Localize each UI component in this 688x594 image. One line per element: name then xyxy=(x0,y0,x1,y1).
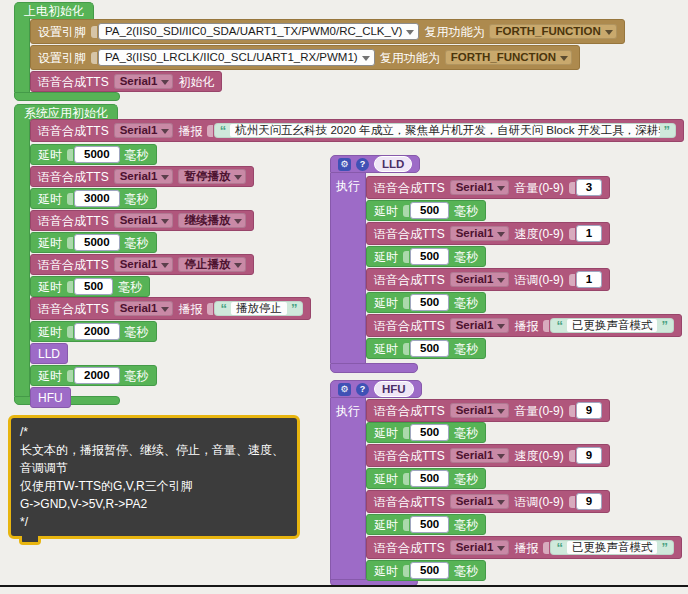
comment-block[interactable]: /* 长文本的，播报暂停、继续、停止，音量、速度、音调调节 仅使用TW-TTS的… xyxy=(8,415,300,539)
block-tts-speed[interactable]: 语音合成TTS Serial1 速度(0-9) 1 xyxy=(366,222,610,245)
delay-ms-input[interactable]: 2000 xyxy=(74,323,120,341)
help-icon[interactable]: ? xyxy=(356,383,369,396)
delay-label: 延时 xyxy=(374,297,398,309)
block-tts-broadcast-stop[interactable]: 语音合成TTS Serial1 播报 “ 播放停止 ” xyxy=(30,297,311,320)
delay-ms-input[interactable]: 500 xyxy=(410,340,449,358)
tone-input[interactable]: 9 xyxy=(576,493,602,511)
wrapper-spine xyxy=(14,18,30,92)
volume-input[interactable]: 9 xyxy=(576,402,602,420)
function-def-hfu-header[interactable]: ⚙ ? HFU xyxy=(330,380,422,398)
serial-dropdown[interactable]: Serial1 xyxy=(114,301,174,317)
delay-ms-input[interactable]: 5000 xyxy=(74,146,120,164)
block-tts-broadcast-long[interactable]: 语音合成TTS Serial1 播报 “ 杭州天问五幺科技 2020 年成立，聚… xyxy=(30,119,684,142)
serial-dropdown[interactable]: Serial1 xyxy=(450,448,510,464)
delay-ms-input[interactable]: 500 xyxy=(410,562,449,580)
block-delay[interactable]: 延时 500 毫秒 xyxy=(366,468,486,489)
serial-dropdown[interactable]: Serial1 xyxy=(450,403,510,419)
block-tts-volume[interactable]: 语音合成TTS Serial1 音量(0-9) 9 xyxy=(366,399,610,422)
serial-dropdown[interactable]: Serial1 xyxy=(114,74,174,90)
value-socket xyxy=(403,251,409,263)
block-delay[interactable]: 延时 500 毫秒 xyxy=(366,560,486,581)
hat-power-init[interactable]: 上电初始化 xyxy=(14,2,94,19)
tone-input[interactable]: 1 xyxy=(576,271,602,289)
block-set-pin-2[interactable]: 设置引脚 PA_3(IIS0_LRCLK/IIC0_SCL/UART1_RX/P… xyxy=(30,45,580,70)
delay-ms-input[interactable]: 500 xyxy=(410,202,449,220)
delay-ms-input[interactable]: 500 xyxy=(410,248,449,266)
serial-dropdown[interactable]: Serial1 xyxy=(450,540,510,556)
delay-ms-input[interactable]: 500 xyxy=(410,470,449,488)
gear-icon[interactable]: ⚙ xyxy=(338,158,351,171)
delay-ms-input[interactable]: 500 xyxy=(74,278,113,296)
block-delay[interactable]: 延时 500 毫秒 xyxy=(366,514,486,535)
serial-dropdown[interactable]: Serial1 xyxy=(450,272,510,288)
delay-ms-input[interactable]: 500 xyxy=(410,424,449,442)
block-delay[interactable]: 延时 3000 毫秒 xyxy=(30,188,157,209)
block-tts-stop[interactable]: 语音合成TTS Serial1 停止播放 xyxy=(30,254,254,275)
function-name-input[interactable]: LLD xyxy=(374,156,412,172)
gear-icon[interactable]: ⚙ xyxy=(338,383,351,396)
block-tts-resume[interactable]: 语音合成TTS Serial1 继续播放 xyxy=(30,210,254,231)
value-socket xyxy=(569,496,575,508)
tts-label: 语音合成TTS xyxy=(38,76,109,88)
delay-label: 延时 xyxy=(38,370,62,382)
blockly-workspace[interactable]: 上电初始化 设置引脚 PA_2(IIS0_SDI/IIC0_SDA/UART1_… xyxy=(0,0,688,594)
delay-ms-input[interactable]: 500 xyxy=(410,516,449,534)
delay-label: 延时 xyxy=(374,519,398,531)
broadcast-text-input[interactable]: 已更换声音模式 xyxy=(567,319,658,333)
value-socket xyxy=(67,281,73,293)
broadcast-text-input[interactable]: 杭州天问五幺科技 2020 年成立，聚焦单片机开发，自研天问 Block 开发工… xyxy=(230,124,659,138)
serial-dropdown[interactable]: Serial1 xyxy=(450,226,510,242)
broadcast-text-input[interactable]: 播放停止 xyxy=(231,302,287,316)
action-dropdown[interactable]: 停止播放 xyxy=(178,257,246,273)
serial-dropdown[interactable]: Serial1 xyxy=(450,318,510,334)
speed-input[interactable]: 9 xyxy=(576,447,602,465)
block-delay[interactable]: 延时 5000 毫秒 xyxy=(30,144,157,165)
block-delay[interactable]: 延时 5000 毫秒 xyxy=(30,232,157,253)
block-delay[interactable]: 延时 2000 毫秒 xyxy=(30,321,157,342)
serial-dropdown[interactable]: Serial1 xyxy=(114,213,174,229)
delay-ms-input[interactable]: 5000 xyxy=(74,234,120,252)
block-tts-volume[interactable]: 语音合成TTS Serial1 音量(0-9) 3 xyxy=(366,176,610,199)
serial-dropdown[interactable]: Serial1 xyxy=(114,257,174,273)
delay-ms-input[interactable]: 2000 xyxy=(74,367,120,385)
serial-dropdown[interactable]: Serial1 xyxy=(114,123,174,139)
block-tts-pause[interactable]: 语音合成TTS Serial1 暂停播放 xyxy=(30,166,254,187)
serial-dropdown[interactable]: Serial1 xyxy=(450,494,510,510)
delay-label: 延时 xyxy=(374,251,398,263)
volume-input[interactable]: 3 xyxy=(576,179,602,197)
block-tts-broadcast-mode[interactable]: 语音合成TTS Serial1 播报 “ 已更换声音模式 ” xyxy=(366,536,682,559)
broadcast-text-input[interactable]: 已更换声音模式 xyxy=(567,541,658,555)
block-delay[interactable]: 延时 500 毫秒 xyxy=(366,246,486,267)
help-icon[interactable]: ? xyxy=(356,158,369,171)
serial-dropdown[interactable]: Serial1 xyxy=(450,180,510,196)
block-call-lld[interactable]: LLD xyxy=(30,343,68,364)
block-tts-speed[interactable]: 语音合成TTS Serial1 速度(0-9) 9 xyxy=(366,444,610,467)
block-delay[interactable]: 延时 500 毫秒 xyxy=(366,292,486,313)
block-set-pin-1[interactable]: 设置引脚 PA_2(IIS0_SDI/IIC0_SDA/UART1_TX/PWM… xyxy=(30,19,625,44)
block-call-hfu[interactable]: HFU xyxy=(30,387,71,408)
delay-ms-input[interactable]: 500 xyxy=(410,294,449,312)
pin-dropdown[interactable]: PA_3(IIS0_LRCLK/IIC0_SCL/UART1_RX/PWM1) xyxy=(98,49,375,67)
block-tts-tone[interactable]: 语音合成TTS Serial1 语调(0-9) 1 xyxy=(366,268,610,291)
block-delay[interactable]: 延时 500 毫秒 xyxy=(366,200,486,221)
speed-input[interactable]: 1 xyxy=(576,225,602,243)
pin-dropdown[interactable]: PA_2(IIS0_SDI/IIC0_SDA/UART1_TX/PWM0/RC_… xyxy=(98,23,419,41)
mux-function-dropdown[interactable]: FORTH_FUNCTION xyxy=(445,50,572,66)
mux-function-dropdown[interactable]: FORTH_FUNCTION xyxy=(489,24,616,40)
function-body-spine: 执行 xyxy=(330,398,366,581)
action-dropdown[interactable]: 继续播放 xyxy=(178,213,246,229)
block-tts-tone[interactable]: 语音合成TTS Serial1 语调(0-9) 9 xyxy=(366,490,610,513)
block-delay[interactable]: 延时 500 毫秒 xyxy=(366,422,486,443)
tts-label: 语音合成TTS xyxy=(374,450,445,462)
function-name-input[interactable]: HFU xyxy=(374,381,414,397)
delay-ms-input[interactable]: 3000 xyxy=(74,190,120,208)
block-delay[interactable]: 延时 500 毫秒 xyxy=(30,276,150,297)
block-tts-init[interactable]: 语音合成TTS Serial1 初始化 xyxy=(30,71,222,92)
function-def-lld-header[interactable]: ⚙ ? LLD xyxy=(330,155,420,173)
action-dropdown[interactable]: 暂停播放 xyxy=(178,169,246,185)
serial-dropdown[interactable]: Serial1 xyxy=(114,169,174,185)
block-tts-broadcast-mode[interactable]: 语音合成TTS Serial1 播报 “ 已更换声音模式 ” xyxy=(366,314,682,337)
block-delay[interactable]: 延时 500 毫秒 xyxy=(366,338,486,359)
block-delay[interactable]: 延时 2000 毫秒 xyxy=(30,365,157,386)
quote-open-icon: “ xyxy=(556,319,563,332)
